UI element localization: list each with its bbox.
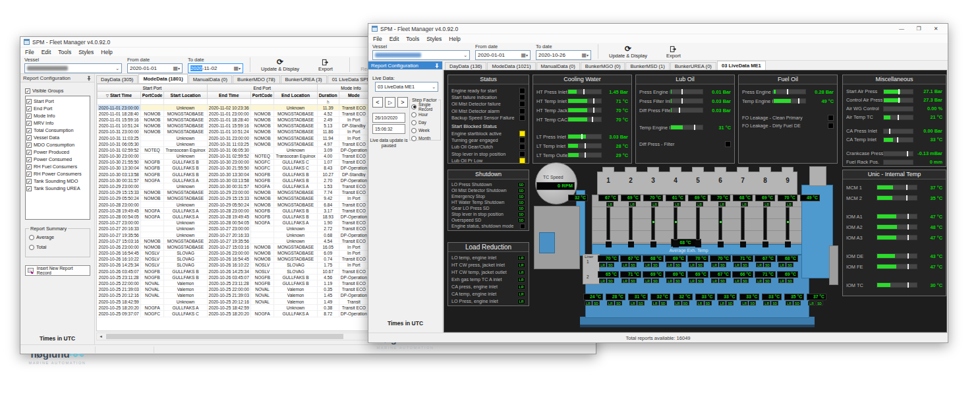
group-checkbox-total-consumption[interactable]: ✓Total Consumption [26,127,89,134]
tab-bunkerurea-0-[interactable]: BunkerUREA (0) [670,62,716,70]
group-checkbox-vessel-data[interactable]: ✓Vessel Data [26,134,89,141]
step-radio-day[interactable]: Day [411,119,439,126]
restore-icon[interactable]: ❐ [910,24,927,34]
tab-modedata-1801-[interactable]: ModeData (1801) [138,74,187,83]
column-header-portcode[interactable]: PortCode [140,92,164,99]
menu-item-file[interactable]: File [25,49,34,55]
calendar-icon[interactable]: ▦▾ [173,65,180,71]
export-button[interactable]: Export [656,44,691,60]
table-cell: GULLFAKS B [164,172,207,177]
calendar-icon[interactable]: ▦▾ [581,52,589,58]
menu-item-styles[interactable]: Styles [78,49,94,55]
group-checkbox-start-port[interactable]: ✓Start Port [26,98,89,105]
filter-cell[interactable] [250,99,274,105]
filter-cell[interactable] [339,99,368,105]
menu-item-file[interactable]: File [373,36,382,42]
step-radio-single-record[interactable]: Single Record [411,103,439,110]
record-time-field[interactable]: 15:06:32 [372,124,405,134]
column-header-mode[interactable]: Mode [339,92,368,99]
calendar-icon[interactable]: ▦▾ [521,52,528,58]
refresh-icon: ⟳ [277,59,283,66]
group-checkbox-mode-info[interactable]: ✓Mode Info [26,112,89,119]
visible-groups-listbox[interactable]: ✓Start Port✓End Port✓Mode Info✓MRV Info✓… [25,96,90,220]
tab-bunkerurea-3-[interactable]: BunkerUREA (3) [281,75,327,83]
record-date-field[interactable]: 26/10/2020 [372,113,405,123]
vessel-select[interactable]: ⌄ [24,63,122,73]
update-display-button[interactable]: ⟳ Update & Display [257,57,303,73]
tab-bunkermdo-78-[interactable]: BunkerMDO (78) [233,75,279,83]
tab-bunkermsd-1-[interactable]: BunkerMSD (1) [625,62,669,70]
filter-cell[interactable] [140,99,164,105]
column-header-start-location[interactable]: Start Location [164,92,207,99]
group-checkbox-rh-power-consumers[interactable]: ✓RH Power Consumers [26,170,89,177]
group-checkbox-mrv-info[interactable]: ✓MRV Info [26,119,89,127]
table-cell: NOMOB [250,111,274,117]
summary-radio-average[interactable]: Average [29,234,86,241]
from-date-input[interactable]: 2020-01-01▦▾ [475,50,531,60]
summary-radio-total[interactable]: Total [29,243,86,251]
tab-manualdata-0-[interactable]: ManualData (0) [536,62,580,70]
group-checkbox-tank-sounding-mdo[interactable]: ✓Tank Sounding MDO [26,177,89,185]
insert-new-report-record-button[interactable]: Insert New Report Record [25,265,90,276]
group-checkbox-rh-fuel-consumers[interactable]: ✓RH Fuel Consumers [26,163,89,170]
group-checkbox-power-produced[interactable]: ✓Power Produced [26,148,89,156]
menu-item-help[interactable]: Help [101,49,112,55]
column-header-end-time[interactable]: End Time [207,92,250,99]
vessel-select[interactable]: ⌄ [372,50,470,60]
to-date-input[interactable]: 2020-10-26▦▾ [536,50,591,60]
minimize-icon[interactable]: — [893,24,910,34]
report-configuration-header[interactable]: Report Configuration [20,74,94,82]
group-checkbox-tank-sounding-urea[interactable]: ✓Tank Sounding UREA [26,185,89,192]
column-header-end-location[interactable]: End Location [274,92,317,99]
to-date-input[interactable]: 2020-11-02▦▾ [188,63,243,73]
tab-daydata-305-[interactable]: DayData (305) [96,75,138,83]
menu-item-help[interactable]: Help [449,36,460,42]
column-header-portcode[interactable]: PortCode [250,92,274,99]
visible-groups-checkbox[interactable]: ✓ Visible Groups [25,87,63,94]
tab-modedata-1021-[interactable]: ModeData (1021) [487,62,535,70]
tab-03-livedata-me1[interactable]: 03 LiveData ME1 [717,61,766,70]
filter-cell[interactable] [274,99,317,105]
group-checkbox-mdo-consumption[interactable]: ✓MDO Consumption [26,141,89,148]
prev-record-button[interactable]: < [372,97,383,108]
step-radio-month[interactable]: Month [411,135,439,142]
alarm-label: CA press, engine inlet [451,284,498,290]
next-record-button[interactable]: > [397,97,408,108]
step-radio-week[interactable]: Week [411,127,439,134]
column-header-start-time[interactable]: ▽Start Time [98,92,141,99]
menu-item-styles[interactable]: Styles [426,36,442,42]
sort-icon[interactable]: ▽ [106,94,109,98]
scroll-left-icon[interactable]: ◂ [97,334,105,339]
menu-item-edit[interactable]: Edit [42,49,51,55]
pin-icon[interactable] [86,75,92,81]
export-button[interactable]: Export [308,57,343,73]
menu-item-tools[interactable]: Tools [58,49,71,55]
live-data-select[interactable]: 03 LiveData ME1 ⌄ [375,82,438,92]
scrollbar-thumb[interactable] [106,334,343,339]
alarm-label: LO temp, engine inlet [451,255,496,261]
from-date-input[interactable]: 2020-01-01▦▾ [127,63,183,73]
filter-cell[interactable] [98,99,141,105]
sd-badge: SD [615,301,622,305]
close-icon[interactable]: ✕ [927,24,944,34]
menu-item-tools[interactable]: Tools [406,36,419,42]
step-radio-hour[interactable]: Hour [411,111,439,118]
lr-badge: LR [741,301,748,305]
group-checkbox-end-port[interactable]: ✓End Port [26,105,89,112]
pin-icon[interactable] [434,63,440,69]
tab-manualdata-0-[interactable]: ManualData (0) [188,75,232,83]
calendar-icon[interactable]: ▦▾ [233,65,241,71]
table-cell: 11.94 [317,135,339,141]
filter-cell[interactable] [164,99,207,105]
tab-daydata-136-[interactable]: DayData (136) [445,62,486,70]
play-button[interactable]: ▷ [385,97,395,108]
menu-item-edit[interactable]: Edit [389,36,399,42]
update-display-button[interactable]: ⟳ Update & Display [605,44,651,60]
report-configuration-header[interactable]: Report Configuration [368,61,442,70]
column-header-duration[interactable]: Duration [317,92,339,99]
filter-cell[interactable] [207,99,250,105]
duration-unit-cell[interactable]: h [317,99,339,105]
group-checkbox-power-consumed[interactable]: ✓Power Consumed [26,156,89,163]
gauge-track [670,98,703,104]
tab-bunkermgo-0-[interactable]: BunkerMGO (0) [581,62,625,70]
